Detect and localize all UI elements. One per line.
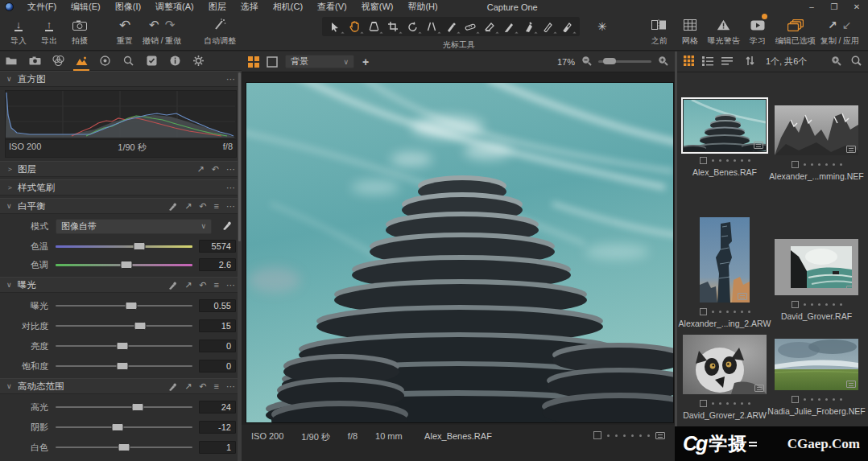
highlights-value[interactable]: 24 (199, 401, 236, 414)
saturation-slider[interactable] (56, 365, 192, 367)
section-hdr-header[interactable]: ∨ 高动态范围 ↗ ↶ ≡ ⋯ (0, 378, 242, 394)
list-view-icon[interactable] (702, 56, 713, 68)
minimize-button[interactable]: – (800, 0, 823, 14)
eyedropper-icon[interactable] (168, 202, 177, 211)
before-after-button[interactable]: 之前 (644, 16, 675, 47)
whites-slider[interactable] (56, 447, 192, 448)
eyedropper-icon[interactable] (168, 382, 177, 391)
spot-removal-tool[interactable] (441, 19, 461, 35)
fill-mask-tool[interactable] (519, 19, 538, 35)
reset-button[interactable]: ↶ 重置 (110, 16, 140, 47)
slider-thumb[interactable] (118, 443, 130, 451)
thumbnail-nadia-julie-froberg[interactable]: Nadia_Julie_Froberg.NEF (771, 335, 862, 416)
draw-mask-tool[interactable] (499, 19, 519, 35)
menu-adjustments[interactable]: 调整项(A) (148, 0, 201, 14)
menu-camera[interactable]: 相机(C) (266, 0, 310, 14)
clone-brush-tool[interactable] (480, 19, 499, 35)
wb-mode-dropdown[interactable]: 图像自带 ∨ (56, 219, 212, 234)
slider-thumb[interactable] (111, 423, 123, 431)
tab-info[interactable] (168, 54, 181, 68)
grid-view-icon[interactable] (684, 56, 694, 68)
section-exposure-header[interactable]: ∨ 曝光 ↗ ↶ ≡ ⋯ (0, 277, 242, 293)
filmstrip-view-icon[interactable] (721, 56, 733, 68)
copy-arrow-icon[interactable]: ↗ (184, 381, 192, 391)
rotate-tool[interactable] (403, 19, 422, 35)
exposure-warning-button[interactable]: 曝光警告 (705, 16, 742, 47)
shadows-value[interactable]: -12 (199, 421, 236, 434)
thumbnail-alexander-mming[interactable]: Alexander_...mming.NEF (771, 100, 862, 181)
thumb-rating[interactable] (792, 301, 842, 308)
reset-icon[interactable]: ↶ (199, 201, 206, 211)
thumb-rating[interactable] (700, 157, 750, 164)
close-button[interactable]: ✕ (845, 0, 868, 14)
section-style-brushes-header[interactable]: ＞ 样式笔刷 ⋯ (0, 179, 242, 196)
tab-color[interactable] (52, 54, 64, 68)
zoom-slider[interactable] (598, 60, 651, 63)
menu-select[interactable]: 选择 (234, 0, 266, 14)
temperature-value[interactable]: 5574 (199, 240, 236, 253)
grid-button[interactable]: 网格 (675, 16, 705, 47)
crop-tool[interactable] (383, 19, 403, 35)
pan-tool[interactable] (345, 19, 364, 35)
section-layers-header[interactable]: ＞ 图层 ↗↶⋯ (0, 161, 242, 177)
shadows-slider[interactable] (56, 426, 192, 428)
tab-details[interactable] (122, 54, 134, 68)
saturation-value[interactable]: 0 (199, 360, 236, 373)
temperature-slider[interactable] (56, 245, 192, 248)
zoom-out-icon[interactable] (581, 56, 592, 68)
import-button[interactable]: ↓ 导入 (3, 16, 34, 47)
copy-apply-button[interactable]: ↗↙ 复制 / 应用 (818, 16, 862, 47)
reset-icon[interactable]: ↶ (212, 164, 219, 174)
brightness-slider[interactable] (56, 345, 192, 347)
contrast-slider[interactable] (56, 325, 192, 327)
thumbnail-alex-benes[interactable]: Alex_Benes.RAF (680, 100, 770, 177)
select-tool[interactable] (325, 19, 345, 35)
sort-icon[interactable] (746, 56, 754, 68)
menu-image[interactable]: 图像(I) (108, 0, 148, 14)
erase-mask-tool[interactable] (538, 19, 557, 35)
more-icon[interactable]: ⋯ (226, 381, 235, 391)
copy-arrow-icon[interactable]: ↗ (184, 280, 192, 290)
export-button[interactable]: ↑ 导出 (34, 16, 64, 47)
zoom-slider-thumb[interactable] (603, 58, 616, 64)
tab-settings[interactable] (192, 54, 205, 68)
maximize-button[interactable]: ❐ (823, 0, 845, 14)
capture-button[interactable]: 拍摄 (64, 16, 95, 47)
search-icon[interactable] (851, 56, 862, 68)
brightness-value[interactable]: 0 (199, 340, 236, 352)
auto-adjust-button[interactable]: 自动调整 (201, 16, 238, 47)
menu-edit[interactable]: 编辑(E) (64, 0, 108, 14)
undo-redo-buttons[interactable]: ↶↷ 撤销 / 重做 (140, 16, 184, 47)
tab-lens[interactable] (98, 54, 111, 68)
slider-thumb[interactable] (117, 342, 129, 350)
whites-value[interactable]: 1 (199, 441, 236, 454)
reset-icon[interactable]: ↶ (199, 280, 206, 290)
wb-picker-button[interactable] (218, 220, 236, 232)
keystone-tool[interactable] (422, 19, 441, 35)
tab-exposure[interactable] (75, 54, 88, 68)
loupe-tool[interactable] (364, 19, 383, 35)
learn-button[interactable]: 学习 (742, 16, 773, 47)
menu-window[interactable]: 视窗(W) (354, 0, 401, 14)
single-view-icon[interactable] (267, 56, 278, 68)
more-icon[interactable]: ⋯ (226, 164, 235, 174)
section-white-balance-header[interactable]: ∨ 白平衡 ↗ ↶ ≡ ⋯ (0, 198, 242, 214)
layer-dropdown[interactable]: 背景 ∨ (285, 55, 354, 68)
section-histogram-header[interactable]: ∨ 直方图 ⋯ (0, 71, 242, 87)
thumbnail-david-grover[interactable]: David_Grover.RAF (771, 217, 862, 321)
add-layer-icon[interactable]: + (362, 56, 369, 68)
more-icon[interactable]: ⋯ (226, 74, 235, 84)
gradient-mask-tool[interactable] (557, 19, 577, 35)
thumb-rating[interactable] (792, 396, 842, 403)
exposure-slider[interactable] (56, 305, 192, 307)
thumb-rating[interactable] (700, 400, 750, 407)
menu-view[interactable]: 查看(V) (310, 0, 354, 14)
thumb-rating[interactable] (700, 308, 750, 315)
viewer-canvas[interactable] (242, 72, 675, 425)
more-icon[interactable]: ⋯ (226, 280, 235, 290)
thumbnail-alexander-ing-2[interactable]: Alexander_...ing_2.ARW (680, 217, 770, 328)
slider-thumb[interactable] (132, 403, 144, 411)
presets-icon[interactable]: ≡ (214, 381, 219, 391)
thumbnail-david-grover-2[interactable]: David_Grover_2.ARW (680, 335, 770, 420)
more-icon[interactable]: ⋯ (226, 183, 235, 192)
